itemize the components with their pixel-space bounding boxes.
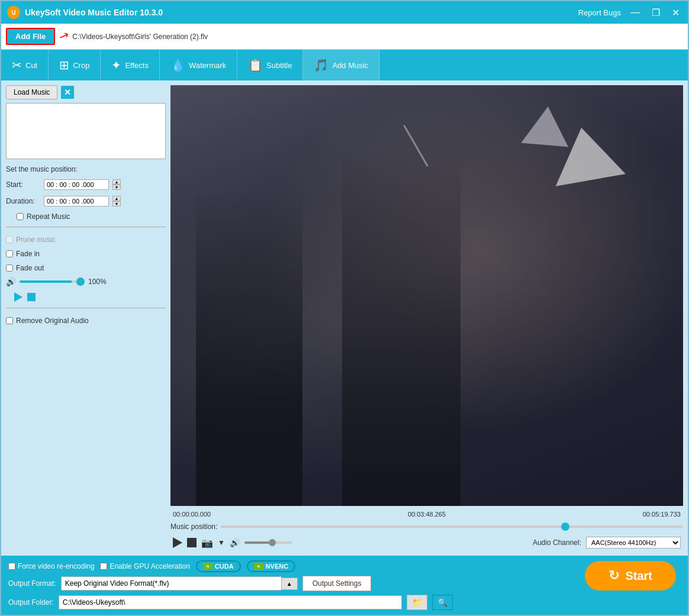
fade-in-checkbox[interactable] xyxy=(6,250,13,257)
app-logo: U xyxy=(7,6,20,19)
fade-out-row: Fade out xyxy=(6,264,166,272)
nvenc-label: NVENC xyxy=(266,563,289,570)
cuda-label: CUDA xyxy=(215,563,234,570)
start-button[interactable]: ↻ Start xyxy=(585,561,676,591)
start-spin-up[interactable]: ▲ xyxy=(112,179,121,185)
tab-watermark[interactable]: 💧 Watermark xyxy=(160,50,237,80)
duration-spin-buttons: ▲ ▼ xyxy=(112,196,121,207)
enable-gpu-checkbox[interactable] xyxy=(100,563,107,570)
tab-watermark-label: Watermark xyxy=(189,61,226,70)
close-button[interactable]: ✕ xyxy=(669,7,682,18)
play-button[interactable] xyxy=(14,292,22,302)
tab-effects-label: Effects xyxy=(125,61,149,70)
vid-figure-main xyxy=(342,149,461,506)
arrow-indicator: ↙ xyxy=(57,28,71,44)
restore-button[interactable]: ❐ xyxy=(649,7,662,18)
toolbar-row: Add File ↙ C:\Videos-Ukeysoft\Girls' Gen… xyxy=(1,24,688,50)
output-folder-label: Output Folder: xyxy=(8,598,54,607)
panel-header: Load Music ✕ xyxy=(6,85,166,99)
format-select-wrap: ▲ xyxy=(61,576,298,591)
tab-effects[interactable]: ✦ Effects xyxy=(101,50,160,80)
output-format-input[interactable] xyxy=(61,576,282,591)
fade-in-label: Fade in xyxy=(16,250,40,258)
tab-crop-label: Crop xyxy=(73,61,89,70)
transport-row xyxy=(6,292,166,302)
nvidia-logo-cuda: N xyxy=(203,563,213,570)
main-content: Load Music ✕ Set the music position: Sta… xyxy=(1,80,688,556)
audio-channel-select[interactable]: AAC(Stereo 44100Hz) xyxy=(586,537,681,549)
stop-button[interactable] xyxy=(27,293,36,301)
duration-row: Duration: ▲ ▼ xyxy=(6,196,166,207)
tab-crop[interactable]: ⊞ Crop xyxy=(49,50,101,80)
snapshot-dropdown[interactable]: ▼ xyxy=(218,538,225,547)
video-placeholder xyxy=(170,85,683,506)
fade-in-row: Fade in xyxy=(6,250,166,258)
playback-volume-icon: 🔊 xyxy=(230,538,240,547)
browse-folder-button[interactable]: 📁 xyxy=(407,595,427,610)
tab-bar: ✂ Cut ⊞ Crop ✦ Effects 💧 Watermark 📋 Sub… xyxy=(1,50,688,80)
bottom-bar: Force video re-encoding Enable GPU Accel… xyxy=(1,556,688,615)
music-position-slider[interactable] xyxy=(221,525,683,528)
start-btn-area: ↻ Start xyxy=(579,561,681,591)
search-folder-button[interactable]: 🔍 xyxy=(432,595,453,610)
title-bar-left: U UkeySoft Video Music Editor 10.3.0 xyxy=(7,6,163,19)
file-path-display: C:\Videos-Ukeysoft\Girls' Generation (2)… xyxy=(72,33,683,41)
playback-stop-button[interactable] xyxy=(187,538,197,547)
tab-subtitle[interactable]: 📋 Subtitle xyxy=(237,50,303,80)
time-start: 00:00:00.000 xyxy=(173,511,211,518)
volume-percent: 100% xyxy=(88,278,107,286)
title-bar-right: Report Bugs — ❐ ✕ xyxy=(578,7,682,18)
start-icon: ↻ xyxy=(608,568,619,583)
music-position-label: Music position: xyxy=(170,523,217,531)
format-row: Output Format: ▲ Output Settings xyxy=(8,576,574,591)
force-reencode-label: Force video re-encoding xyxy=(18,562,94,570)
minimize-button[interactable]: — xyxy=(628,7,642,18)
output-format-label: Output Format: xyxy=(8,579,56,588)
start-spin-buttons: ▲ ▼ xyxy=(112,179,121,190)
output-folder-input[interactable] xyxy=(59,595,402,609)
force-reencode-checkbox[interactable] xyxy=(8,563,15,570)
cuda-badge: N CUDA xyxy=(196,560,241,572)
tab-add-music[interactable]: 🎵 Add Music xyxy=(303,50,379,80)
load-music-button[interactable]: Load Music xyxy=(6,85,57,99)
repeat-music-checkbox[interactable] xyxy=(17,213,24,220)
duration-spin-up[interactable]: ▲ xyxy=(112,196,121,201)
prune-music-checkbox[interactable] xyxy=(6,236,13,243)
prune-music-label: Prune music xyxy=(16,236,56,244)
playback-play-button[interactable] xyxy=(173,537,182,548)
prune-music-row: Prune music xyxy=(6,236,166,244)
remove-audio-row: Remove Original Audio xyxy=(6,317,166,325)
watermark-icon: 💧 xyxy=(170,58,185,72)
fade-out-label: Fade out xyxy=(16,264,44,272)
report-bugs-link[interactable]: Report Bugs xyxy=(578,8,621,17)
nvidia-logo-nvenc: N xyxy=(254,563,263,570)
remove-audio-checkbox[interactable] xyxy=(6,317,13,324)
add-music-icon: 🎵 xyxy=(314,58,329,72)
cut-icon: ✂ xyxy=(12,58,22,72)
duration-spin-down[interactable]: ▼ xyxy=(112,201,121,207)
tab-cut[interactable]: ✂ Cut xyxy=(1,50,49,80)
tab-add-music-label: Add Music xyxy=(332,61,368,70)
fade-out-checkbox[interactable] xyxy=(6,265,13,272)
left-panel: Load Music ✕ Set the music position: Sta… xyxy=(6,85,166,551)
start-spin-down[interactable]: ▼ xyxy=(112,185,121,190)
start-time-input[interactable] xyxy=(44,179,109,190)
bottom-grid: Force video re-encoding Enable GPU Accel… xyxy=(8,560,681,591)
volume-slider[interactable] xyxy=(20,280,85,283)
add-file-button[interactable]: Add File xyxy=(6,28,55,45)
output-settings-button[interactable]: Output Settings xyxy=(302,576,372,591)
folder-row: Output Folder: 📁 🔍 xyxy=(8,595,681,610)
tab-subtitle-label: Subtitle xyxy=(266,61,292,70)
time-mid: 00:03:48.265 xyxy=(408,511,446,518)
divider1 xyxy=(6,227,166,227)
audio-channel-label: Audio Channel: xyxy=(533,538,581,547)
snapshot-button[interactable]: 📷 xyxy=(201,537,213,549)
enable-gpu-label: Enable GPU Acceleration xyxy=(110,562,189,570)
duration-label: Duration: xyxy=(6,197,40,205)
effects-icon: ✦ xyxy=(111,58,121,72)
playback-volume-slider[interactable] xyxy=(244,541,292,544)
close-music-button[interactable]: ✕ xyxy=(61,86,74,99)
nvenc-badge: N NVENC xyxy=(247,560,296,572)
duration-input[interactable] xyxy=(44,196,109,207)
format-arrow-button[interactable]: ▲ xyxy=(282,578,298,590)
